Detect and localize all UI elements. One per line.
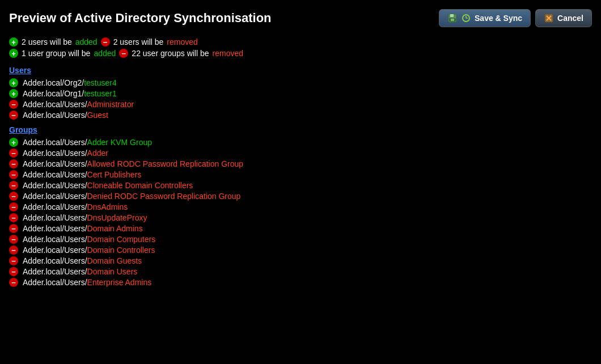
summary-section: + 2 users will be added − 2 users will b…: [9, 37, 592, 58]
summary-line-2: + 1 user group will be added − 22 user g…: [9, 49, 592, 58]
item-path: Adder.local/Org1/: [23, 89, 84, 98]
list-item: +Adder.local/Org2/testuser4: [9, 78, 592, 87]
header-row: Preview of Active Directory Synchronisat…: [9, 9, 592, 27]
remove-icon: −: [9, 181, 18, 190]
list-item: −Adder.local/Users/Domain Guests: [9, 256, 592, 265]
item-path: Adder.local/Users/: [23, 181, 87, 190]
groups-heading[interactable]: Groups: [9, 125, 592, 134]
list-item: −Adder.local/Users/Domain Users: [9, 267, 592, 276]
item-name: Cert Publishers: [87, 170, 142, 179]
remove-icon: −: [9, 213, 18, 222]
remove-icon: −: [9, 278, 18, 287]
remove-icon: −: [9, 100, 18, 109]
save-sync-button[interactable]: Save & Sync: [439, 9, 531, 27]
item-path: Adder.local/Users/: [23, 170, 87, 179]
item-path: Adder.local/Users/: [23, 159, 87, 168]
item-name: Guest: [87, 111, 108, 120]
item-path: Adder.local/Users/: [23, 111, 87, 120]
add-icon: +: [9, 78, 18, 87]
list-item: −Adder.local/Users/Enterprise Admins: [9, 278, 592, 287]
page-title: Preview of Active Directory Synchronisat…: [9, 11, 272, 26]
list-item: −Adder.local/Users/Guest: [9, 111, 592, 120]
item-path: Adder.local/Users/: [23, 246, 87, 255]
item-name: Adder: [87, 149, 108, 158]
list-item: −Adder.local/Users/Domain Admins: [9, 224, 592, 233]
list-item: −Adder.local/Users/Denied RODC Password …: [9, 192, 592, 201]
groups-list: +Adder.local/Users/Adder KVM Group−Adder…: [9, 138, 592, 287]
item-name: Allowed RODC Password Replication Group: [87, 159, 243, 168]
remove-icon: −: [9, 267, 18, 276]
remove-icon: −: [9, 170, 18, 179]
list-item: −Adder.local/Users/Allowed RODC Password…: [9, 159, 592, 168]
item-path: Adder.local/Users/: [23, 202, 87, 211]
item-path: Adder.local/Users/: [23, 149, 87, 158]
remove-icon-2: −: [119, 49, 128, 58]
item-name: DnsAdmins: [87, 202, 128, 211]
item-path: Adder.local/Org2/: [23, 78, 84, 87]
item-name: Cloneable Domain Controllers: [87, 181, 193, 190]
item-name: testuser1: [84, 89, 117, 98]
remove-icon: −: [9, 192, 18, 201]
svg-rect-1: [450, 14, 454, 17]
item-name: Domain Computers: [87, 235, 156, 244]
remove-icon: −: [9, 149, 18, 158]
remove-icon: −: [9, 235, 18, 244]
save-icon: [447, 13, 458, 23]
list-item: +Adder.local/Users/Adder KVM Group: [9, 138, 592, 147]
item-path: Adder.local/Users/: [23, 267, 87, 276]
item-name: testuser4: [84, 78, 117, 87]
summary-line-1: + 2 users will be added − 2 users will b…: [9, 37, 592, 46]
item-name: Domain Controllers: [87, 246, 155, 255]
list-item: +Adder.local/Org1/testuser1: [9, 89, 592, 98]
remove-icon: −: [9, 111, 18, 120]
item-path: Adder.local/Users/: [23, 100, 87, 109]
remove-icon: −: [9, 224, 18, 233]
sync-icon: [461, 13, 471, 23]
remove-icon-1: −: [101, 37, 110, 46]
remove-icon: −: [9, 159, 18, 168]
list-item: −Adder.local/Users/Adder: [9, 149, 592, 158]
item-path: Adder.local/Users/: [23, 256, 87, 265]
item-path: Adder.local/Users/: [23, 138, 87, 147]
list-item: −Adder.local/Users/DnsUpdateProxy: [9, 213, 592, 222]
item-name: Adder KVM Group: [87, 138, 152, 147]
item-path: Adder.local/Users/: [23, 235, 87, 244]
list-item: −Adder.local/Users/Domain Computers: [9, 235, 592, 244]
item-name: Domain Admins: [87, 224, 143, 233]
item-path: Adder.local/Users/: [23, 224, 87, 233]
remove-icon: −: [9, 246, 18, 255]
cancel-label: Cancel: [557, 14, 583, 23]
users-heading[interactable]: Users: [9, 66, 592, 75]
save-sync-label: Save & Sync: [475, 14, 522, 23]
list-item: −Adder.local/Users/Cloneable Domain Cont…: [9, 181, 592, 190]
add-icon: +: [9, 138, 18, 147]
add-icon-2: +: [9, 49, 18, 58]
item-name: Administrator: [87, 100, 134, 109]
item-path: Adder.local/Users/: [23, 278, 87, 287]
list-item: −Adder.local/Users/Cert Publishers: [9, 170, 592, 179]
list-item: −Adder.local/Users/DnsAdmins: [9, 202, 592, 211]
item-name: Domain Guests: [87, 256, 142, 265]
item-name: Domain Users: [87, 267, 138, 276]
users-list: +Adder.local/Org2/testuser4+Adder.local/…: [9, 78, 592, 120]
list-item: −Adder.local/Users/Domain Controllers: [9, 246, 592, 255]
item-path: Adder.local/Users/: [23, 213, 87, 222]
item-name: DnsUpdateProxy: [87, 213, 147, 222]
cancel-icon: [544, 13, 554, 23]
item-name: Enterprise Admins: [87, 278, 152, 287]
item-path: Adder.local/Users/: [23, 192, 87, 201]
add-icon-1: +: [9, 37, 18, 46]
svg-rect-3: [451, 19, 454, 21]
remove-icon: −: [9, 202, 18, 211]
add-icon: +: [9, 89, 18, 98]
remove-icon: −: [9, 256, 18, 265]
header-buttons: Save & Sync Cancel: [439, 9, 592, 27]
list-item: −Adder.local/Users/Administrator: [9, 100, 592, 109]
item-name: Denied RODC Password Replication Group: [87, 192, 241, 201]
cancel-button[interactable]: Cancel: [535, 9, 592, 27]
